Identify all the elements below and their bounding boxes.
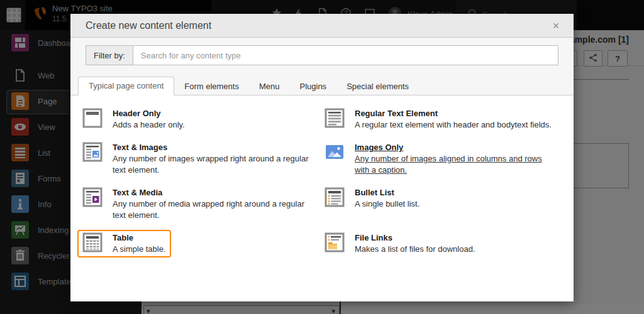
text-images-icon <box>82 142 103 162</box>
item-title: Images Only <box>355 142 557 153</box>
modal-title: Create new content element <box>86 20 211 31</box>
item-title: Text & Images <box>113 142 314 153</box>
content-type-search-input[interactable] <box>133 45 558 65</box>
content-element-text-images[interactable]: Text & Images Any number of images wrapp… <box>77 139 319 178</box>
file-links-icon <box>325 232 345 252</box>
content-element-table[interactable]: Table A simple table. <box>77 230 171 257</box>
content-element-header-only[interactable]: Header Only Adds a header only. <box>77 106 190 133</box>
tab-plugins[interactable]: Plugins <box>289 78 336 95</box>
item-description: Makes a list of files for download. <box>355 244 475 255</box>
item-description: Adds a header only. <box>113 119 185 131</box>
item-title: File Links <box>355 232 475 244</box>
item-description: A regular text element with header and b… <box>355 119 552 131</box>
content-element-grid: Header Only Adds a header only. Regular … <box>77 106 567 257</box>
item-description: A single bullet list. <box>355 198 419 210</box>
modal-tabs: Typical page content Form elements Menu … <box>70 78 574 95</box>
close-icon[interactable]: × <box>548 18 564 33</box>
bullet-list-icon <box>325 187 345 207</box>
typo3-backend: New TYPO3 site 11.5. ? Klaus Admin Searc… <box>0 0 644 314</box>
filter-input-group: Filter by: <box>86 45 558 65</box>
text-media-icon <box>82 187 103 207</box>
item-title: Regular Text Element <box>355 108 552 119</box>
content-element-bullet-list[interactable]: Bullet List A single bullet list. <box>319 185 425 212</box>
item-title: Text & Media <box>113 187 314 198</box>
filter-section: Filter by: <box>70 38 574 78</box>
content-element-images-only[interactable]: Images Only Any number of images aligned… <box>319 139 562 178</box>
tab-menu[interactable]: Menu <box>249 78 290 95</box>
text-element-icon <box>325 108 345 128</box>
item-title: Bullet List <box>355 187 419 198</box>
filter-label: Filter by: <box>86 45 133 65</box>
table-icon <box>82 232 103 252</box>
item-description: Any number of images wrapped right aroun… <box>113 153 314 176</box>
header-only-icon <box>82 108 103 128</box>
content-element-regular-text[interactable]: Regular Text Element A regular text elem… <box>319 106 557 133</box>
images-only-icon <box>325 142 345 162</box>
item-description: Any number of images aligned in columns … <box>355 153 557 176</box>
item-title: Table <box>113 232 166 244</box>
modal-header: Create new content element × <box>70 14 574 38</box>
item-description: Any number of media wrapped right around… <box>113 198 314 221</box>
modal-content: Header Only Adds a header only. Regular … <box>70 95 574 301</box>
tab-typical-page-content[interactable]: Typical page content <box>78 77 174 95</box>
tab-form-elements[interactable]: Form elements <box>174 78 249 95</box>
content-element-file-links[interactable]: File Links Makes a list of files for dow… <box>319 230 480 257</box>
content-element-text-media[interactable]: Text & Media Any number of media wrapped… <box>77 185 319 224</box>
item-description: A simple table. <box>113 244 166 255</box>
tab-special-elements[interactable]: Special elements <box>336 78 419 95</box>
item-title: Header Only <box>113 108 185 119</box>
new-content-element-modal: Create new content element × Filter by: … <box>70 14 574 301</box>
